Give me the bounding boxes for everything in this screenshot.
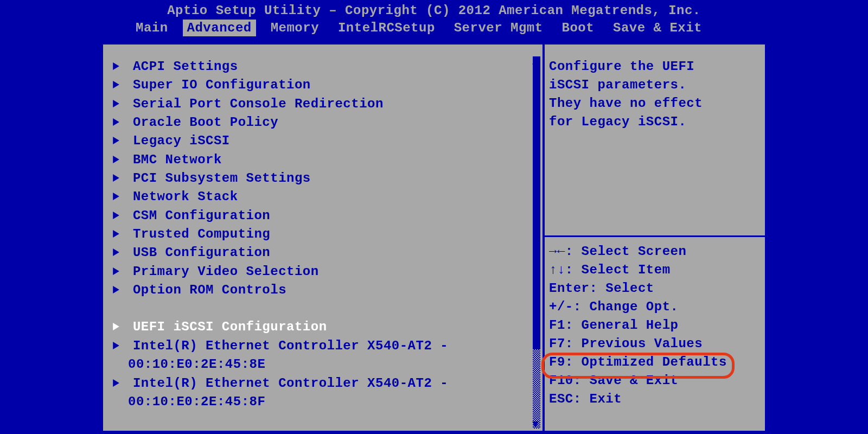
menu-usb-config[interactable]: USB Configuration [111, 244, 538, 262]
help-text-block: Configure the UEFI iSCSI parameters. The… [549, 58, 761, 232]
menu-primary-video[interactable]: Primary Video Selection [111, 263, 538, 281]
menu-label: Primary Video Selection [133, 264, 319, 279]
submenu-arrow-icon [113, 95, 125, 113]
menu-label: Serial Port Console Redirection [133, 97, 384, 111]
svg-marker-5 [113, 156, 119, 163]
svg-marker-15 [113, 379, 119, 387]
help-divider [545, 235, 765, 237]
key-select-screen: →←: Select Screen [549, 242, 761, 261]
menu-nic-1[interactable]: Intel(R) Ethernet Controller X540-AT2 - [111, 374, 538, 393]
menu-label: ACPI Settings [133, 59, 238, 74]
utility-title: Aptio Setup Utility – Copyright (C) 2012… [167, 3, 701, 18]
menu-label: Super IO Configuration [133, 78, 311, 92]
help-pane: Configure the UEFI iSCSI parameters. The… [545, 44, 765, 431]
submenu-arrow-icon [113, 318, 125, 336]
tab-boot[interactable]: Boot [558, 20, 599, 36]
submenu-arrow-icon [113, 225, 125, 244]
key-enter-select: Enter: Select [549, 279, 761, 298]
submenu-arrow-icon [113, 207, 125, 225]
content-frame: ACPI Settings Super IO Configuration Ser… [101, 42, 767, 433]
submenu-arrow-icon [113, 132, 125, 150]
menu-label: Option ROM Controls [133, 283, 286, 297]
submenu-arrow-icon [113, 169, 125, 188]
tab-row: Main Advanced Memory IntelRCSetup Server… [0, 20, 868, 39]
menu-nic-0[interactable]: Intel(R) Ethernet Controller X540-AT2 - [111, 337, 538, 355]
tab-save-exit[interactable]: Save & Exit [609, 20, 706, 36]
menu-label: Intel(R) Ethernet Controller X540-AT2 - [133, 376, 448, 391]
tab-advanced[interactable]: Advanced [183, 20, 256, 36]
mac-address: 00:10:E0:2E:45:8F [128, 394, 265, 409]
svg-marker-0 [113, 62, 119, 70]
help-line: Configure the UEFI [549, 58, 761, 76]
title-bar: Aptio Setup Utility – Copyright (C) 2012… [0, 0, 868, 20]
key-previous-values: F7: Previous Values [549, 335, 761, 353]
menu-nic-0-mac: 00:10:E0:2E:45:8E [111, 355, 538, 374]
submenu-arrow-icon [113, 188, 125, 206]
svg-marker-7 [113, 193, 119, 200]
svg-marker-2 [113, 100, 119, 107]
svg-marker-4 [113, 137, 119, 144]
menu-label: Oracle Boot Policy [133, 115, 278, 130]
menu-network-stack[interactable]: Network Stack [111, 188, 538, 206]
scroll-down-arrow-icon[interactable]: ▼ [532, 418, 539, 431]
menu-pci-subsystem[interactable]: PCI Subsystem Settings [111, 169, 538, 188]
help-line: iSCSI parameters. [549, 76, 761, 94]
tab-intelrcsetup[interactable]: IntelRCSetup [334, 20, 439, 36]
menu-uefi-iscsi[interactable]: UEFI iSCSI Configuration [111, 318, 538, 336]
menu-bmc-network[interactable]: BMC Network [111, 151, 538, 169]
menu-label: Intel(R) Ethernet Controller X540-AT2 - [133, 339, 448, 353]
submenu-arrow-icon [113, 337, 125, 355]
svg-marker-6 [113, 174, 119, 182]
menu-csm-config[interactable]: CSM Configuration [111, 207, 538, 225]
submenu-arrow-icon [113, 374, 125, 393]
submenu-arrow-icon [113, 263, 125, 281]
key-general-help: F1: General Help [549, 316, 761, 335]
key-save-exit: F10: Save & Exit [549, 372, 761, 390]
svg-marker-9 [113, 230, 119, 238]
key-legend: →←: Select Screen ↑↓: Select Item Enter:… [549, 242, 761, 409]
tab-main[interactable]: Main [131, 20, 173, 36]
svg-marker-11 [113, 267, 119, 275]
svg-marker-13 [113, 323, 119, 330]
help-line: They have no effect [549, 94, 761, 113]
menu-pane: ACPI Settings Super IO Configuration Ser… [103, 44, 542, 431]
menu-option-rom[interactable]: Option ROM Controls [111, 281, 538, 299]
submenu-arrow-icon [113, 151, 125, 169]
submenu-arrow-icon [113, 244, 125, 262]
submenu-arrow-icon [113, 58, 125, 76]
svg-marker-3 [113, 118, 119, 126]
mac-address: 00:10:E0:2E:45:8E [128, 357, 265, 372]
submenu-arrow-icon [113, 113, 125, 132]
key-change-opt: +/-: Change Opt. [549, 298, 761, 316]
scrollbar-track[interactable]: ▲ ▼ [533, 56, 540, 429]
menu-label: BMC Network [133, 152, 222, 167]
menu-label: PCI Subsystem Settings [133, 171, 311, 186]
svg-marker-1 [113, 81, 119, 88]
svg-marker-14 [113, 342, 119, 349]
menu-acpi-settings[interactable]: ACPI Settings [111, 58, 538, 76]
svg-marker-8 [113, 212, 119, 219]
scrollbar-thumb[interactable] [533, 56, 540, 349]
menu-label: USB Configuration [133, 245, 270, 260]
key-esc-exit: ESC: Exit [549, 390, 761, 409]
menu-trusted-computing[interactable]: Trusted Computing [111, 225, 538, 244]
menu-label: Trusted Computing [133, 227, 270, 241]
tab-memory[interactable]: Memory [266, 20, 323, 36]
key-optimized-defaults: F9: Optimized Defaults [549, 353, 761, 372]
menu-nic-1-mac: 00:10:E0:2E:45:8F [111, 393, 538, 411]
submenu-arrow-icon [113, 76, 125, 94]
help-line: for Legacy iSCSI. [549, 113, 761, 131]
menu-label: Legacy iSCSI [133, 133, 230, 148]
menu-spacer [111, 299, 538, 318]
menu-label: CSM Configuration [133, 208, 270, 223]
svg-marker-12 [113, 286, 119, 293]
submenu-arrow-icon [113, 281, 125, 299]
tab-server-mgmt[interactable]: Server Mgmt [450, 20, 547, 36]
menu-label: UEFI iSCSI Configuration [133, 320, 327, 334]
menu-super-io[interactable]: Super IO Configuration [111, 76, 538, 94]
menu-label: Network Stack [133, 189, 238, 204]
bios-screen: Aptio Setup Utility – Copyright (C) 2012… [0, 0, 868, 434]
menu-oracle-boot[interactable]: Oracle Boot Policy [111, 113, 538, 132]
menu-legacy-iscsi[interactable]: Legacy iSCSI [111, 132, 538, 150]
menu-serial-redirection[interactable]: Serial Port Console Redirection [111, 95, 538, 113]
